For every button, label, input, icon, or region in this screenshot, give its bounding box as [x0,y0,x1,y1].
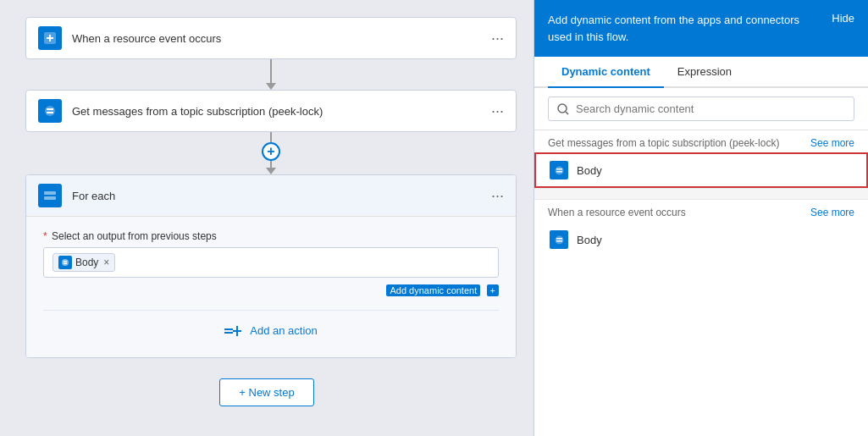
connector-plus: + [25,132,517,174]
content-item-body1[interactable]: Body [534,152,868,188]
section1-title: Get messages from a topic subscription (… [548,137,779,149]
step2-icon [38,99,62,123]
body2-icon [550,230,568,249]
svg-rect-2 [47,108,53,110]
svg-rect-5 [44,196,56,200]
tab-dynamic-content[interactable]: Dynamic content [548,57,664,86]
svg-rect-12 [233,330,241,332]
svg-rect-3 [47,112,53,113]
add-step-button[interactable]: + [262,142,280,161]
flow-canvas: When a resource event occurs ··· Get mes… [0,0,534,436]
svg-rect-10 [224,332,233,334]
search-input[interactable] [576,102,845,115]
svg-rect-7 [64,261,67,262]
content-item-body2[interactable]: Body [534,222,868,257]
search-icon [557,103,569,115]
section1-header: Get messages from a topic subscription (… [534,130,868,152]
connector-1 [25,59,517,90]
svg-point-15 [555,166,563,174]
step1-menu[interactable]: ··· [491,30,504,46]
step2-menu[interactable]: ··· [491,103,504,119]
foreach-body: * Select an output from previous steps B… [26,217,516,357]
svg-point-1 [45,106,55,116]
step1-icon [38,26,62,50]
hide-button[interactable]: Hide [832,12,854,25]
foreach-icon [38,184,62,207]
section2-title: When a resource event occurs [548,207,686,218]
svg-point-18 [555,235,563,244]
svg-rect-8 [64,263,67,265]
step2-title: Get messages from a topic subscription (… [72,105,491,118]
add-action-label: Add an action [250,324,318,337]
svg-rect-20 [556,240,562,242]
panel-header: Add dynamic content from the apps and co… [534,0,868,57]
body1-label: Body [577,164,602,177]
svg-rect-16 [556,168,562,170]
svg-rect-17 [556,171,562,173]
step-card-1: When a resource event occurs ··· [25,17,517,59]
svg-rect-19 [556,238,562,240]
tag-close-button[interactable]: × [103,257,109,268]
step1-title: When a resource event occurs [72,32,491,45]
add-action-button[interactable]: Add an action [43,310,499,344]
svg-point-13 [558,104,567,113]
foreach-title: For each [72,190,491,202]
new-step-container: + New step [25,378,508,406]
tab-expression[interactable]: Expression [664,57,745,86]
section2-see-more[interactable]: See more [810,207,854,218]
dynamic-content-panel: Add dynamic content from the apps and co… [534,0,868,436]
foreach-card: For each ··· * Select an output from pre… [25,174,517,358]
svg-point-6 [62,259,69,266]
foreach-menu[interactable]: ··· [491,187,504,205]
add-action-icon [224,325,243,337]
body1-icon [550,161,568,179]
svg-rect-4 [44,191,56,195]
dynamic-content-list: Get messages from a topic subscription (… [534,130,868,436]
section2-divider [534,188,868,200]
section1-see-more[interactable]: See more [810,137,854,149]
foreach-header: For each ··· [26,175,516,217]
search-box [534,88,868,130]
field-label: * Select an output from previous steps [43,230,499,242]
tabs-row: Dynamic content Expression [534,57,868,88]
output-input-box[interactable]: Body × [43,247,499,278]
tag-label: Body [75,257,98,268]
search-input-wrap [548,97,854,121]
new-step-button[interactable]: + New step [219,378,313,406]
body-tag: Body × [53,253,115,272]
svg-line-14 [566,112,568,114]
panel-header-title: Add dynamic content from the apps and co… [548,12,832,45]
svg-rect-9 [224,328,233,330]
tag-icon [58,256,72,269]
step-card-2: Get messages from a topic subscription (… [25,90,517,132]
body2-label: Body [577,234,602,246]
section2-header: When a resource event occurs See more [534,200,868,222]
add-dynamic-content-link[interactable]: Add dynamic content + [43,284,499,296]
